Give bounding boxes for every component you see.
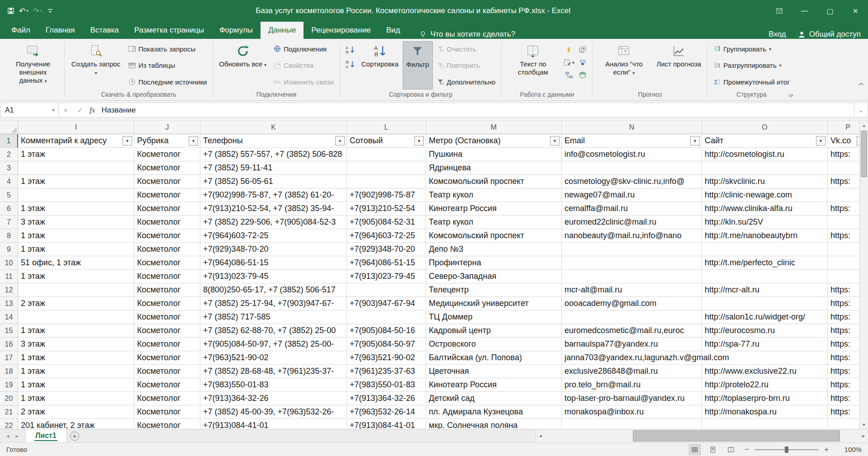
cell-L1[interactable]: Сотовый▾ — [347, 134, 426, 148]
row-header-1[interactable]: 1 — [0, 134, 18, 148]
cell-M9[interactable]: Депо №3 — [426, 243, 562, 256]
cell-K1[interactable]: Телефоны▾ — [200, 134, 347, 148]
cell-L11[interactable]: +7(913)023-79-45 — [347, 270, 426, 283]
formula-input[interactable]: Название — [97, 103, 854, 118]
cell-N19[interactable]: pro.telo_brn@mail.ru — [562, 378, 702, 392]
row-header-21[interactable]: 21 — [0, 405, 18, 419]
cell-O2[interactable]: http://cosmetologist.ru — [702, 148, 828, 161]
column-header-K[interactable]: K — [200, 121, 347, 134]
cell-I16[interactable]: 3 этаж — [18, 338, 134, 351]
cell-N9[interactable] — [562, 243, 702, 256]
cell-M2[interactable]: Пушкина — [426, 148, 562, 161]
maximize-button[interactable]: ▢ — [817, 0, 843, 22]
cell-M22[interactable]: мкр. Солнечная поляна — [426, 419, 562, 429]
scroll-right-button[interactable]: ▸ — [859, 433, 868, 439]
refresh-all-button[interactable]: Обновить все ▾ — [216, 41, 270, 89]
cell-N16[interactable]: barnaulspa77@yandex.ru — [562, 338, 702, 351]
remove-duplicates-button[interactable] — [576, 43, 589, 56]
row-header-14[interactable]: 14 — [0, 310, 18, 324]
cell-K12[interactable]: 8(800)250-65-17, +7 (3852) 506-517 — [200, 283, 347, 297]
cell-I18[interactable]: 1 этаж — [18, 365, 134, 378]
cell-K7[interactable]: +7 (3852) 229-506, +7(905)084-52-3 — [200, 216, 347, 229]
cell-N14[interactable] — [562, 310, 702, 324]
cell-L14[interactable] — [347, 310, 426, 324]
filter-button[interactable]: Фильтр — [403, 41, 432, 89]
cell-O3[interactable] — [702, 161, 828, 175]
redo-button[interactable]: ↷ ▾ — [33, 6, 43, 16]
collapse-ribbon-button[interactable] — [858, 80, 864, 88]
cell-N4[interactable]: cosmetology@skv-clinic.ru,info@ — [562, 175, 702, 188]
reapply-filter-button[interactable]: Повторить — [435, 60, 498, 71]
cell-J17[interactable]: Косметолог — [134, 351, 200, 365]
enter-button[interactable]: ✓ — [75, 106, 85, 114]
cell-K11[interactable]: +7(913)023-79-45 — [200, 270, 347, 283]
cell-L5[interactable]: +7(902)998-75-87 — [347, 188, 426, 202]
cell-O10[interactable]: http://t.me/perfecto_clinic — [702, 256, 828, 270]
cell-L7[interactable]: +7(905)084-52-31 — [347, 216, 426, 229]
forecast-sheet-button[interactable]: Лист прогноза — [653, 41, 704, 89]
cell-O11[interactable] — [702, 270, 828, 283]
ribbon-tab-formulas[interactable]: Формулы — [212, 22, 261, 39]
cell-M5[interactable]: Театр кукол — [426, 188, 562, 202]
cell-J10[interactable]: Косметолог — [134, 256, 200, 270]
get-external-data-button[interactable]: Получение внешних данных ▾ — [5, 41, 62, 89]
new-query-button[interactable]: Создать запрос ▾ — [67, 41, 124, 89]
name-box[interactable]: A1 ▾ — [0, 103, 59, 118]
cell-L13[interactable]: +7(903)947-67-94 — [347, 297, 426, 310]
row-header-4[interactable]: 4 — [0, 175, 18, 188]
cell-I3[interactable] — [18, 161, 134, 175]
cell-I20[interactable]: 1 этаж — [18, 392, 134, 405]
cell-O16[interactable]: http://spa-77.ru — [702, 338, 828, 351]
cell-K14[interactable]: +7 (3852) 717-585 — [200, 310, 347, 324]
cell-O4[interactable]: http://skvclinic.ru — [702, 175, 828, 188]
row-header-17[interactable]: 17 — [0, 351, 18, 365]
minimize-button[interactable]: — — [792, 0, 817, 22]
cell-J13[interactable]: Косметолог — [134, 297, 200, 310]
cell-M4[interactable]: Комсомольский проспект — [426, 175, 562, 188]
cell-O12[interactable]: http://mcr-alt.ru — [702, 283, 828, 297]
name-box-dropdown-icon[interactable]: ▾ — [48, 108, 58, 113]
column-header-O[interactable]: O — [702, 121, 828, 134]
cell-J9[interactable]: Косметолог — [134, 243, 200, 256]
cell-L4[interactable] — [347, 175, 426, 188]
cell-I13[interactable]: 2 этаж — [18, 297, 134, 310]
share-button[interactable]: Общий доступ — [798, 30, 861, 39]
cell-O22[interactable] — [702, 419, 828, 429]
vertical-scroll-track[interactable] — [860, 130, 868, 420]
cell-K13[interactable]: +7 (3852) 25-17-94, +7(903)947-67- — [200, 297, 347, 310]
cell-I9[interactable]: 1 этаж — [18, 243, 134, 256]
horizontal-scroll-thumb[interactable] — [633, 430, 840, 442]
ribbon-tab-data[interactable]: Данные — [261, 22, 304, 39]
normal-view-button[interactable] — [689, 444, 701, 455]
cell-K20[interactable]: +7(913)364-32-26 — [200, 392, 347, 405]
cell-J14[interactable]: Косметолог — [134, 310, 200, 324]
ribbon-tab-view[interactable]: Вид — [379, 22, 408, 39]
cell-J19[interactable]: Косметолог — [134, 378, 200, 392]
save-button[interactable] — [7, 7, 14, 14]
cell-N21[interactable]: monakospa@inbox.ru — [562, 405, 702, 419]
cell-O21[interactable]: http://monakospa.ru — [702, 405, 828, 419]
next-sheet-button[interactable]: ▸ — [16, 432, 19, 439]
cell-K4[interactable]: +7 (3852) 56-05-61 — [200, 175, 347, 188]
cell-M16[interactable]: Островского — [426, 338, 562, 351]
row-header-10[interactable]: 10 — [0, 256, 18, 270]
cell-I12[interactable] — [18, 283, 134, 297]
filter-button-J[interactable]: ▾ — [189, 136, 198, 146]
cell-L3[interactable] — [347, 161, 426, 175]
relationships-button[interactable] — [562, 69, 576, 81]
cell-L9[interactable]: +7(929)348-70-20 — [347, 243, 426, 256]
cell-M18[interactable]: Цветочная — [426, 365, 562, 378]
zoom-in-button[interactable]: + — [823, 445, 830, 454]
row-header-18[interactable]: 18 — [0, 365, 18, 378]
cell-M19[interactable]: Кинотеатр Россия — [426, 378, 562, 392]
cell-L19[interactable]: +7(983)550-01-83 — [347, 378, 426, 392]
zoom-level[interactable]: 100% — [836, 446, 862, 453]
cell-K19[interactable]: +7(983)550-01-83 — [200, 378, 347, 392]
cell-I8[interactable]: 1 этаж — [18, 229, 134, 243]
horizontal-scroll-track[interactable] — [545, 429, 859, 442]
show-queries-button[interactable]: Показать запросы — [126, 43, 209, 55]
row-header-16[interactable]: 16 — [0, 338, 18, 351]
cell-O15[interactable]: http://eurocosmo.ru — [702, 324, 828, 338]
cell-K5[interactable]: +7(902)998-75-87, +7 (3852) 61-20- — [200, 188, 347, 202]
from-table-button[interactable]: Из таблицы — [126, 60, 209, 71]
